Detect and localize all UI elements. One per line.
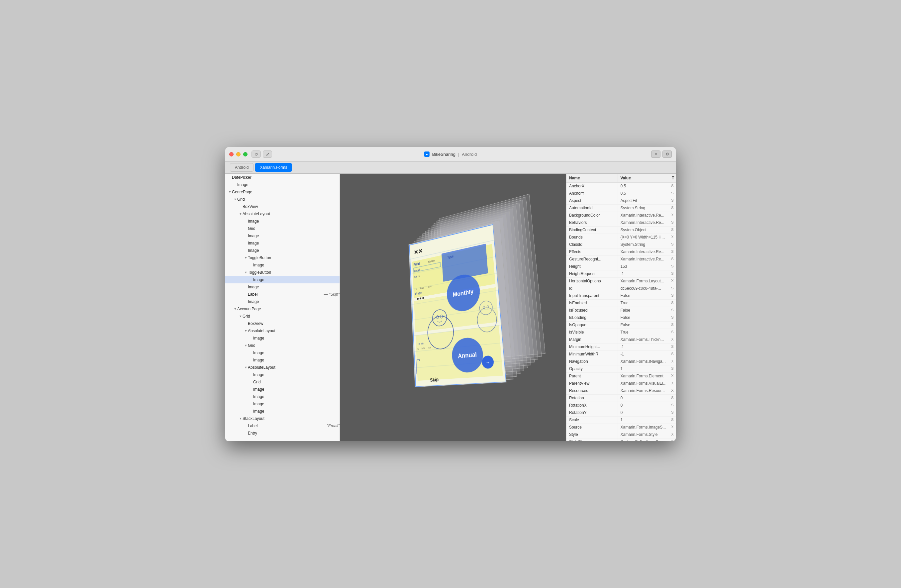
property-value[interactable]: -1 (618, 351, 669, 358)
property-row: BackgroundColorXamarin.Interactive.Re...… (566, 212, 676, 219)
tree-item[interactable]: Image (225, 283, 340, 291)
property-value[interactable]: Xamarin.Interactive.Re... (618, 256, 669, 263)
tree-item[interactable]: Image (225, 400, 340, 408)
tree-item[interactable]: ▼AbsoluteLayout (225, 210, 340, 218)
property-value[interactable]: True (618, 329, 669, 336)
list-view-button[interactable]: ≡ (651, 150, 661, 158)
tree-item[interactable]: Image (225, 386, 340, 393)
tree-item[interactable]: ▼GenrePage (225, 188, 340, 196)
tree-item[interactable]: ▼AbsoluteLayout (225, 364, 340, 371)
tree-item-label: Entry (248, 431, 340, 435)
tree-item[interactable]: Image (225, 232, 340, 240)
property-value[interactable]: System.Object (618, 226, 669, 234)
property-row: AspectAspectFitS (566, 197, 676, 204)
tab-xamarin[interactable]: Xamarin.Forms (255, 163, 292, 172)
maximize-button[interactable] (243, 152, 248, 156)
property-value[interactable]: Xamarin.Forms.Layout... (618, 278, 669, 285)
property-value[interactable]: 0 (618, 402, 669, 409)
tree-item-label: GenrePage (232, 190, 340, 194)
property-value[interactable]: False (618, 292, 669, 299)
tree-item[interactable]: BoxView (225, 203, 340, 210)
property-value[interactable]: 0 (618, 409, 669, 416)
property-value[interactable]: 153 (618, 263, 669, 270)
property-value[interactable]: 1 (618, 365, 669, 373)
property-name: AnchorY (566, 190, 618, 197)
property-value[interactable]: Xamarin.Forms.VisualEl... (618, 380, 669, 387)
tree-item[interactable]: DatePicker (225, 174, 340, 181)
tree-item[interactable]: ▼ToggleButton (225, 254, 340, 262)
property-type: X (669, 358, 676, 365)
close-button[interactable] (229, 152, 234, 156)
tree-item[interactable]: Image (225, 335, 340, 342)
property-name: RotationY (566, 409, 618, 416)
property-value[interactable]: {X=0 Y=0 Width=115 H... (618, 234, 669, 241)
refresh-button[interactable]: ↺ (251, 150, 261, 158)
tree-item[interactable]: ▼ToggleButton (225, 269, 340, 276)
property-value[interactable]: 0.5 (618, 183, 669, 190)
property-value[interactable]: System.String (618, 241, 669, 248)
tree-item[interactable]: Image (225, 240, 340, 247)
tree-item[interactable]: Image (225, 276, 340, 283)
property-value[interactable]: Xamarin.Forms.INaviga... (618, 358, 669, 365)
property-value[interactable]: Xamarin.Interactive.Re... (618, 248, 669, 256)
tree-item[interactable]: Image (225, 393, 340, 400)
titlebar-title: BikeSharing (432, 152, 455, 157)
property-value[interactable]: Xamarin.Forms.Resour... (618, 387, 669, 394)
property-row: Bounds{X=0 Y=0 Width=115 H...X (566, 234, 676, 241)
property-row: AnchorX0.5S (566, 183, 676, 190)
tree-item[interactable]: Image (225, 371, 340, 378)
property-value[interactable]: 1 (618, 416, 669, 424)
property-name: HeightRequest (566, 270, 618, 278)
property-value[interactable]: Xamarin.Forms.Style (618, 431, 669, 438)
tree-item[interactable]: ▼Grid (225, 342, 340, 349)
tree-item[interactable]: ▼AbsoluteLayout (225, 327, 340, 335)
minimize-button[interactable] (236, 152, 240, 156)
tree-item[interactable]: ▼StackLayout (225, 415, 340, 422)
canvas-panel: ✕✕ Field Name Type Email sa N (340, 174, 566, 441)
property-value[interactable]: False (618, 321, 669, 329)
property-value[interactable]: Xamarin.Interactive.Re... (618, 212, 669, 219)
tree-item[interactable]: ▼AccountPage (225, 305, 340, 313)
property-value[interactable]: System.Collections.Ge... (618, 438, 669, 441)
property-value[interactable]: 0 (618, 395, 669, 402)
property-value[interactable]: -1 (618, 270, 669, 278)
property-name: Source (566, 424, 618, 431)
tree-item[interactable]: Image (225, 218, 340, 225)
tab-android[interactable]: Android (230, 163, 254, 172)
property-value[interactable]: True (618, 299, 669, 307)
tree-item[interactable]: BoxView (225, 320, 340, 327)
property-name: Height (566, 263, 618, 270)
property-value[interactable]: Xamarin.Forms.Thickn... (618, 336, 669, 343)
tree-item-label: Image (248, 299, 340, 304)
property-value[interactable]: False (618, 307, 669, 314)
nav-button[interactable]: ⤢ (263, 150, 272, 158)
tree-item[interactable]: Label — "Email" (225, 422, 340, 429)
tree-item[interactable]: Image (225, 349, 340, 356)
property-value[interactable]: -1 (618, 343, 669, 351)
property-value[interactable]: 0.5 (618, 190, 669, 197)
tree-item[interactable]: Label — "Skip" (225, 291, 340, 298)
tree-item[interactable]: Grid (225, 378, 340, 386)
tree-item-label: Image (253, 402, 340, 406)
tree-item[interactable]: ▼Grid (225, 313, 340, 320)
property-value[interactable]: Xamarin.Forms.Element (618, 373, 669, 380)
tree-item[interactable]: Grid (225, 225, 340, 232)
property-name: Navigation (566, 358, 618, 365)
tree-item[interactable]: Image (225, 247, 340, 254)
property-value[interactable]: dc6ecc69-c0c0-48fa-... (618, 285, 669, 292)
tree-item[interactable]: Image (225, 181, 340, 188)
tree-item[interactable]: Image (225, 408, 340, 415)
property-value[interactable]: System.String (618, 204, 669, 212)
tree-item[interactable]: Image (225, 262, 340, 269)
property-value[interactable]: False (618, 314, 669, 321)
settings-button[interactable]: ⚙ (662, 150, 672, 158)
property-value[interactable]: AspectFit (618, 197, 669, 204)
tree-item[interactable]: ▼Grid (225, 196, 340, 203)
tree-panel: DatePickerImage▼GenrePage▼GridBoxView▼Ab… (225, 174, 340, 441)
tree-item[interactable]: Entry (225, 429, 340, 437)
tree-item[interactable]: Image (225, 298, 340, 305)
titlebar-separator: | (458, 152, 459, 157)
property-value[interactable]: Xamarin.Forms.ImageS... (618, 424, 669, 431)
tree-item[interactable]: Image (225, 356, 340, 364)
property-value[interactable]: Xamarin.Interactive.Re... (618, 219, 669, 226)
